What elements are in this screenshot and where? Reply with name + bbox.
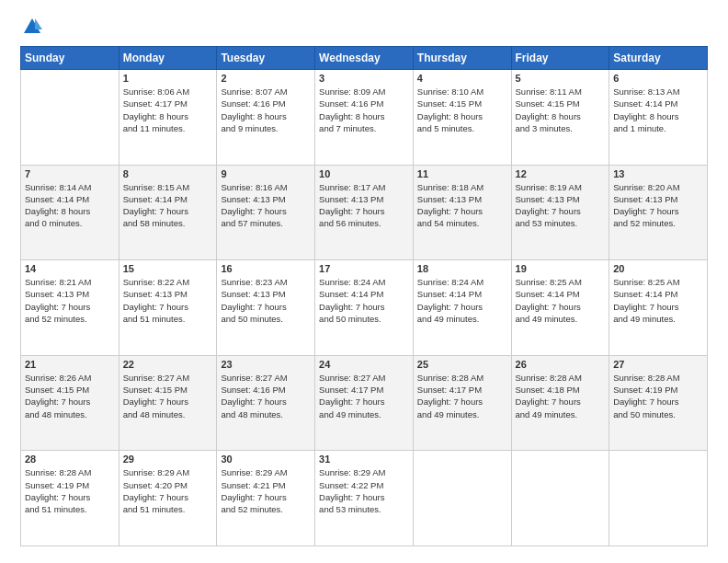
cell-5-2: 29Sunrise: 8:29 AMSunset: 4:20 PMDayligh… bbox=[119, 451, 217, 546]
day-number: 17 bbox=[319, 263, 409, 274]
col-header-saturday: Saturday bbox=[609, 47, 708, 70]
cell-line: Sunset: 4:20 PM bbox=[123, 479, 213, 491]
cell-line: Sunset: 4:15 PM bbox=[123, 384, 213, 396]
cell-5-3: 30Sunrise: 8:29 AMSunset: 4:21 PMDayligh… bbox=[217, 451, 315, 546]
cell-line: Sunset: 4:15 PM bbox=[516, 98, 606, 109]
cell-4-2: 22Sunrise: 8:27 AMSunset: 4:15 PMDayligh… bbox=[119, 355, 217, 451]
day-number: 24 bbox=[319, 359, 409, 370]
cell-line: and 52 minutes. bbox=[25, 313, 115, 325]
cell-5-7 bbox=[609, 451, 708, 546]
day-number: 18 bbox=[417, 263, 507, 274]
day-number: 31 bbox=[319, 454, 409, 465]
cell-line: Sunset: 4:19 PM bbox=[25, 479, 115, 491]
cell-3-6: 19Sunrise: 8:25 AMSunset: 4:14 PMDayligh… bbox=[511, 260, 609, 356]
day-number: 15 bbox=[123, 263, 213, 274]
day-number: 11 bbox=[417, 168, 507, 179]
cell-1-6: 5Sunrise: 8:11 AMSunset: 4:15 PMDaylight… bbox=[511, 70, 609, 166]
cell-3-4: 17Sunrise: 8:24 AMSunset: 4:14 PMDayligh… bbox=[315, 260, 414, 356]
header bbox=[20, 17, 708, 37]
cell-line: Sunset: 4:14 PM bbox=[25, 193, 115, 205]
cell-line: Daylight: 8 hours bbox=[613, 110, 703, 122]
cell-line: Sunrise: 8:25 AM bbox=[516, 276, 606, 288]
cell-line: Sunrise: 8:26 AM bbox=[25, 372, 115, 384]
cell-line: Daylight: 7 hours bbox=[613, 205, 703, 217]
cell-line: Daylight: 7 hours bbox=[516, 301, 606, 313]
header-row: SundayMondayTuesdayWednesdayThursdayFrid… bbox=[21, 47, 708, 70]
cell-2-1: 7Sunrise: 8:14 AMSunset: 4:14 PMDaylight… bbox=[21, 165, 119, 260]
cell-line: and 56 minutes. bbox=[319, 217, 409, 229]
cell-4-5: 25Sunrise: 8:28 AMSunset: 4:17 PMDayligh… bbox=[413, 355, 511, 451]
cell-line: Sunrise: 8:13 AM bbox=[613, 86, 703, 98]
cell-line: Sunset: 4:17 PM bbox=[123, 98, 213, 109]
day-number: 23 bbox=[221, 359, 311, 370]
cell-line: Daylight: 7 hours bbox=[221, 491, 311, 503]
cell-line: and 50 minutes. bbox=[319, 313, 409, 325]
cell-line: Daylight: 7 hours bbox=[123, 491, 213, 503]
cell-4-6: 26Sunrise: 8:28 AMSunset: 4:18 PMDayligh… bbox=[511, 355, 609, 451]
week-row-4: 21Sunrise: 8:26 AMSunset: 4:15 PMDayligh… bbox=[21, 355, 708, 451]
cell-line: and 53 minutes. bbox=[516, 217, 606, 229]
day-number: 6 bbox=[613, 73, 703, 84]
cell-line: and 51 minutes. bbox=[25, 503, 115, 515]
cell-line: and 51 minutes. bbox=[123, 503, 213, 515]
cell-line: Sunrise: 8:17 AM bbox=[319, 181, 409, 193]
cell-line: Daylight: 7 hours bbox=[123, 301, 213, 313]
cell-line: Sunrise: 8:28 AM bbox=[516, 372, 606, 384]
calendar: SundayMondayTuesdayWednesdayThursdayFrid… bbox=[20, 46, 708, 546]
cell-line: Sunrise: 8:20 AM bbox=[613, 181, 703, 193]
cell-line: Sunset: 4:14 PM bbox=[319, 288, 409, 300]
cell-3-5: 18Sunrise: 8:24 AMSunset: 4:14 PMDayligh… bbox=[413, 260, 511, 356]
col-header-wednesday: Wednesday bbox=[315, 47, 414, 70]
cell-line: Sunset: 4:13 PM bbox=[417, 193, 507, 205]
day-number: 8 bbox=[123, 168, 213, 179]
cell-line: Sunset: 4:16 PM bbox=[319, 98, 409, 109]
day-number: 22 bbox=[123, 359, 213, 370]
cell-line: Daylight: 7 hours bbox=[221, 205, 311, 217]
cell-line: Sunset: 4:14 PM bbox=[613, 288, 703, 300]
cell-line: Sunset: 4:19 PM bbox=[613, 384, 703, 396]
cell-line: Sunrise: 8:07 AM bbox=[221, 86, 311, 98]
day-number: 1 bbox=[123, 73, 213, 84]
svg-marker-1 bbox=[35, 18, 42, 29]
cell-1-7: 6Sunrise: 8:13 AMSunset: 4:14 PMDaylight… bbox=[609, 70, 708, 166]
cell-line: Sunrise: 8:25 AM bbox=[613, 276, 703, 288]
day-number: 5 bbox=[516, 73, 606, 84]
cell-line: and 51 minutes. bbox=[123, 313, 213, 325]
day-number: 28 bbox=[25, 454, 115, 465]
cell-line: Daylight: 8 hours bbox=[516, 110, 606, 122]
cell-line: Sunset: 4:13 PM bbox=[25, 288, 115, 300]
cell-line: Sunrise: 8:24 AM bbox=[417, 276, 507, 288]
cell-line: Daylight: 7 hours bbox=[613, 301, 703, 313]
day-number: 3 bbox=[319, 73, 409, 84]
cell-5-1: 28Sunrise: 8:28 AMSunset: 4:19 PMDayligh… bbox=[21, 451, 119, 546]
cell-3-7: 20Sunrise: 8:25 AMSunset: 4:14 PMDayligh… bbox=[609, 260, 708, 356]
cell-line: Sunrise: 8:10 AM bbox=[417, 86, 507, 98]
cell-line: Sunset: 4:17 PM bbox=[319, 384, 409, 396]
cell-4-7: 27Sunrise: 8:28 AMSunset: 4:19 PMDayligh… bbox=[609, 355, 708, 451]
col-header-tuesday: Tuesday bbox=[217, 47, 315, 70]
cell-line: Daylight: 7 hours bbox=[516, 205, 606, 217]
cell-line: Sunrise: 8:18 AM bbox=[417, 181, 507, 193]
cell-2-5: 11Sunrise: 8:18 AMSunset: 4:13 PMDayligh… bbox=[413, 165, 511, 260]
cell-line: Daylight: 7 hours bbox=[25, 396, 115, 408]
cell-line: Sunset: 4:13 PM bbox=[221, 193, 311, 205]
cell-line: Sunset: 4:15 PM bbox=[417, 98, 507, 109]
day-number: 7 bbox=[25, 168, 115, 179]
cell-3-1: 14Sunrise: 8:21 AMSunset: 4:13 PMDayligh… bbox=[21, 260, 119, 356]
cell-line: Daylight: 7 hours bbox=[417, 396, 507, 408]
cell-line: Sunrise: 8:28 AM bbox=[417, 372, 507, 384]
cell-line: Daylight: 7 hours bbox=[221, 301, 311, 313]
cell-line: and 1 minute. bbox=[613, 122, 703, 134]
day-number: 27 bbox=[613, 359, 703, 370]
cell-line: Sunset: 4:13 PM bbox=[123, 288, 213, 300]
cell-line: Daylight: 7 hours bbox=[25, 301, 115, 313]
cell-line: Sunset: 4:15 PM bbox=[25, 384, 115, 396]
cell-line: Daylight: 7 hours bbox=[319, 396, 409, 408]
cell-line: Sunset: 4:14 PM bbox=[417, 288, 507, 300]
cell-line: and 57 minutes. bbox=[221, 217, 311, 229]
cell-line: and 49 minutes. bbox=[516, 408, 606, 420]
cell-line: and 7 minutes. bbox=[319, 122, 409, 134]
col-header-thursday: Thursday bbox=[413, 47, 511, 70]
cell-line: and 11 minutes. bbox=[123, 122, 213, 134]
cell-4-3: 23Sunrise: 8:27 AMSunset: 4:16 PMDayligh… bbox=[217, 355, 315, 451]
